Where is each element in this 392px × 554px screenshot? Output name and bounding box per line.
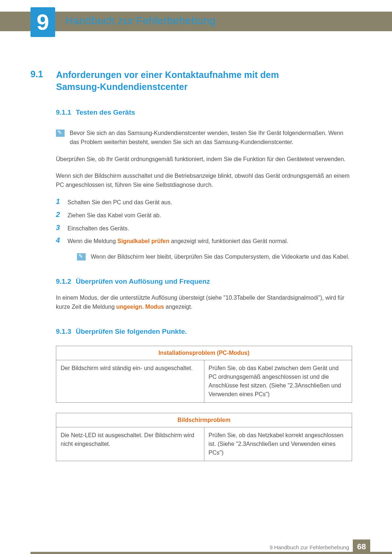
list-number: 4 <box>56 236 62 246</box>
highlight-text: ungeeign. Modus <box>116 304 164 310</box>
table-cell-problem: Die Netz-LED ist ausgeschaltet. Der Bild… <box>56 427 204 461</box>
table-cell-solution: Prüfen Sie, ob das Netzkabel korrekt ang… <box>204 427 352 461</box>
ordered-list: 1 Schalten Sie den PC und das Gerät aus.… <box>56 197 352 246</box>
chapter-title: Handbuch zur Fehlerbehebung <box>65 15 216 27</box>
table-cell-solution: Prüfen Sie, ob das Kabel zwischen dem Ge… <box>204 360 352 402</box>
subsection-heading: 9.1.3 Überprüfen Sie folgenden Punkte. <box>56 328 352 336</box>
note-block: Wenn der Bildschirm leer bleibt, überprü… <box>77 253 352 262</box>
text: angezeigt wird, funktioniert das Gerät n… <box>170 238 288 244</box>
section-number: 9.1 <box>30 69 54 79</box>
problem-table-screen: Bildschirmproblem Die Netz-LED ist ausge… <box>56 413 352 461</box>
subsection-number: 9.1.1 <box>56 108 71 116</box>
text: angezeigt. <box>164 304 192 310</box>
text: Wenn die Meldung <box>68 238 118 244</box>
list-text: Schalten Sie den PC und das Gerät aus. <box>68 197 172 207</box>
note-icon <box>56 130 65 137</box>
text: In einem Modus, der die unterstützte Auf… <box>56 295 344 310</box>
page-content: 9.1 Anforderungen vor einer Kontaktaufna… <box>30 69 352 461</box>
subsection-title: Überprüfen von Auflösung und Frequenz <box>76 278 210 285</box>
list-number: 1 <box>56 197 62 207</box>
list-item: 2 Ziehen Sie das Kabel vom Gerät ab. <box>56 210 352 220</box>
table-cell-problem: Der Bildschirm wird ständig ein- und aus… <box>56 360 204 402</box>
subsection-heading: 9.1.2 Überprüfen von Auflösung und Frequ… <box>56 278 352 286</box>
list-text: Wenn die Meldung Signalkabel prüfen ange… <box>68 236 288 246</box>
table-row: Der Bildschirm wird ständig ein- und aus… <box>56 360 352 402</box>
paragraph: Überprüfen Sie, ob Ihr Gerät ordnungsgem… <box>56 155 352 164</box>
subsection-number: 9.1.3 <box>56 328 71 335</box>
list-text: Ziehen Sie das Kabel vom Gerät ab. <box>68 210 161 220</box>
list-item: 1 Schalten Sie den PC und das Gerät aus. <box>56 197 352 207</box>
footer-bar <box>30 552 392 554</box>
section-heading: 9.1 Anforderungen vor einer Kontaktaufna… <box>30 69 352 93</box>
subsection-title: Überprüfen Sie folgenden Punkte. <box>76 328 187 335</box>
table-header: Bildschirmproblem <box>56 413 352 427</box>
list-text: Einschalten des Geräts. <box>68 223 129 233</box>
list-item: 3 Einschalten des Geräts. <box>56 223 352 233</box>
subsection-title: Testen des Geräts <box>76 108 135 116</box>
subsection-number: 9.1.2 <box>56 278 71 285</box>
section-title: Anforderungen vor einer Kontaktaufnahme … <box>56 69 295 93</box>
page-footer: 9 Handbuch zur Fehlerbehebung 68 <box>0 539 392 554</box>
note-block: Bevor Sie sich an das Samsung-Kundendien… <box>56 129 352 147</box>
note-icon <box>77 253 86 260</box>
list-number: 3 <box>56 223 62 233</box>
table-row: Die Netz-LED ist ausgeschaltet. Der Bild… <box>56 427 352 461</box>
list-number: 2 <box>56 210 62 220</box>
note-text: Wenn der Bildschirm leer bleibt, überprü… <box>91 253 350 262</box>
subsection-heading: 9.1.1 Testen des Geräts <box>56 108 352 116</box>
chapter-number-badge: 9 <box>30 7 55 37</box>
note-line: Bevor Sie sich an das Samsung-Kundendien… <box>70 130 327 136</box>
table-header: Installationsproblem (PC-Modus) <box>56 346 352 360</box>
paragraph: Wenn sich der Bildschirm ausschaltet und… <box>56 172 352 190</box>
highlight-text: Signalkabel prüfen <box>118 238 170 244</box>
list-item: 4 Wenn die Meldung Signalkabel prüfen an… <box>56 236 352 246</box>
footer-text: 9 Handbuch zur Fehlerbehebung <box>270 544 349 550</box>
problem-table-installation: Installationsproblem (PC-Modus) Der Bild… <box>56 346 352 403</box>
paragraph: In einem Modus, der die unterstützte Auf… <box>56 294 352 312</box>
note-text: Bevor Sie sich an das Samsung-Kundendien… <box>70 129 352 147</box>
